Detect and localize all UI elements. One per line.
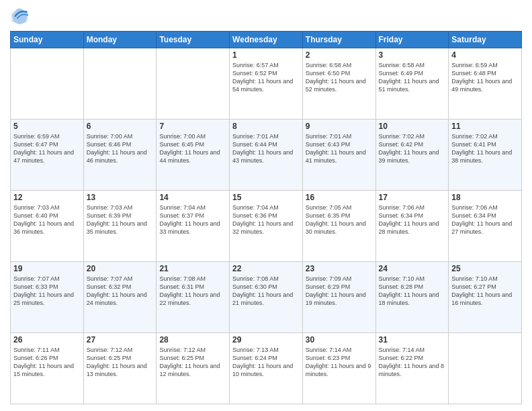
day-number: 21 <box>159 264 226 273</box>
cell-info: Sunset: 6:50 PM <box>306 69 373 77</box>
cell-info: Sunset: 6:39 PM <box>87 212 154 220</box>
cell-info: Daylight: 11 hours and 36 minutes. <box>13 220 81 236</box>
calendar-cell: 26Sunrise: 7:11 AMSunset: 6:26 PMDayligh… <box>11 333 84 404</box>
calendar-cell: 21Sunrise: 7:08 AMSunset: 6:31 PMDayligh… <box>157 262 230 333</box>
cell-info: Sunset: 6:26 PM <box>13 354 81 362</box>
calendar-cell <box>449 333 522 404</box>
cell-info: Daylight: 11 hours and 24 minutes. <box>87 291 154 307</box>
cell-info: Sunrise: 7:04 AM <box>159 203 226 212</box>
calendar-cell: 16Sunrise: 7:05 AMSunset: 6:35 PMDayligh… <box>302 191 375 262</box>
cell-info: Sunset: 6:30 PM <box>232 283 300 291</box>
calendar-cell: 1Sunrise: 6:57 AMSunset: 6:52 PMDaylight… <box>230 48 303 120</box>
cell-info: Daylight: 11 hours and 39 minutes. <box>379 148 446 165</box>
cell-info: Sunset: 6:35 PM <box>306 212 373 220</box>
logo <box>10 7 32 26</box>
day-number: 25 <box>451 264 519 273</box>
cell-info: Daylight: 11 hours and 19 minutes. <box>306 291 373 307</box>
cell-info: Sunset: 6:31 PM <box>159 283 226 291</box>
cell-info: Daylight: 11 hours and 46 minutes. <box>87 148 154 165</box>
day-number: 28 <box>159 335 226 345</box>
calendar-cell: 14Sunrise: 7:04 AMSunset: 6:37 PMDayligh… <box>157 191 230 262</box>
cell-info: Sunset: 6:52 PM <box>232 69 300 77</box>
day-number: 15 <box>232 193 300 202</box>
cell-info: Sunrise: 7:07 AM <box>87 275 154 283</box>
calendar-cell: 3Sunrise: 6:58 AMSunset: 6:49 PMDaylight… <box>375 48 449 120</box>
cell-info: Sunrise: 7:01 AM <box>232 132 300 140</box>
cell-info: Sunset: 6:48 PM <box>451 69 519 77</box>
calendar-cell: 23Sunrise: 7:09 AMSunset: 6:29 PMDayligh… <box>302 262 375 333</box>
day-number: 2 <box>306 50 373 60</box>
day-header-thursday: Thursday <box>302 32 375 48</box>
calendar-cell: 28Sunrise: 7:12 AMSunset: 6:25 PMDayligh… <box>157 333 230 404</box>
day-number: 9 <box>306 122 373 131</box>
cell-info: Daylight: 11 hours and 51 minutes. <box>379 77 446 93</box>
cell-info: Sunrise: 7:12 AM <box>87 346 154 354</box>
calendar-cell <box>157 48 230 120</box>
cell-info: Sunset: 6:49 PM <box>379 69 446 77</box>
cell-info: Daylight: 11 hours and 47 minutes. <box>13 148 81 165</box>
cell-info: Sunrise: 7:02 AM <box>451 132 519 140</box>
cell-info: Daylight: 11 hours and 22 minutes. <box>159 291 226 307</box>
cell-info: Sunrise: 6:59 AM <box>451 61 519 69</box>
calendar-cell: 30Sunrise: 7:14 AMSunset: 6:23 PMDayligh… <box>302 333 375 404</box>
day-number: 17 <box>379 193 446 202</box>
day-header-friday: Friday <box>375 32 449 48</box>
calendar-cell: 12Sunrise: 7:03 AMSunset: 6:40 PMDayligh… <box>11 191 84 262</box>
cell-info: Sunset: 6:23 PM <box>306 354 373 362</box>
cell-info: Sunrise: 7:03 AM <box>87 203 154 212</box>
day-header-monday: Monday <box>83 32 157 48</box>
cell-info: Sunrise: 6:59 AM <box>13 132 81 140</box>
page: SundayMondayTuesdayWednesdayThursdayFrid… <box>0 0 532 411</box>
calendar-cell: 18Sunrise: 7:06 AMSunset: 6:34 PMDayligh… <box>449 191 522 262</box>
day-number: 27 <box>87 335 154 345</box>
cell-info: Sunset: 6:36 PM <box>232 212 300 220</box>
calendar-cell: 2Sunrise: 6:58 AMSunset: 6:50 PMDaylight… <box>302 48 375 120</box>
cell-info: Sunset: 6:22 PM <box>379 354 446 362</box>
calendar-cell: 5Sunrise: 6:59 AMSunset: 6:47 PMDaylight… <box>11 120 84 191</box>
calendar-cell <box>11 48 84 120</box>
cell-info: Sunset: 6:46 PM <box>87 140 154 148</box>
cell-info: Sunrise: 7:10 AM <box>379 275 446 283</box>
day-number: 20 <box>87 264 154 273</box>
cell-info: Sunset: 6:42 PM <box>379 140 446 148</box>
day-number: 1 <box>232 50 300 60</box>
cell-info: Daylight: 11 hours and 43 minutes. <box>232 148 300 165</box>
cell-info: Sunset: 6:41 PM <box>451 140 519 148</box>
day-header-tuesday: Tuesday <box>157 32 230 48</box>
cell-info: Sunset: 6:24 PM <box>232 354 300 362</box>
cell-info: Daylight: 11 hours and 18 minutes. <box>379 291 446 307</box>
cell-info: Sunset: 6:25 PM <box>87 354 154 362</box>
week-row-5: 26Sunrise: 7:11 AMSunset: 6:26 PMDayligh… <box>11 333 522 404</box>
cell-info: Sunrise: 7:06 AM <box>451 203 519 212</box>
day-number: 24 <box>379 264 446 273</box>
cell-info: Sunset: 6:43 PM <box>306 140 373 148</box>
cell-info: Sunset: 6:27 PM <box>451 283 519 291</box>
day-number: 31 <box>379 335 446 345</box>
day-number: 11 <box>451 122 519 131</box>
cell-info: Daylight: 11 hours and 28 minutes. <box>379 220 446 236</box>
day-header-sunday: Sunday <box>11 32 84 48</box>
cell-info: Daylight: 11 hours and 38 minutes. <box>451 148 519 165</box>
day-number: 22 <box>232 264 300 273</box>
cell-info: Daylight: 11 hours and 33 minutes. <box>159 220 226 236</box>
header <box>10 7 522 26</box>
calendar-table: SundayMondayTuesdayWednesdayThursdayFrid… <box>10 31 522 404</box>
cell-info: Sunrise: 7:01 AM <box>306 132 373 140</box>
calendar-cell: 25Sunrise: 7:10 AMSunset: 6:27 PMDayligh… <box>449 262 522 333</box>
cell-info: Sunset: 6:40 PM <box>13 212 81 220</box>
calendar-cell: 22Sunrise: 7:08 AMSunset: 6:30 PMDayligh… <box>230 262 303 333</box>
cell-info: Daylight: 11 hours and 54 minutes. <box>232 77 300 93</box>
cell-info: Sunrise: 7:13 AM <box>232 346 300 354</box>
day-number: 8 <box>232 122 300 131</box>
calendar-cell: 15Sunrise: 7:04 AMSunset: 6:36 PMDayligh… <box>230 191 303 262</box>
day-number: 14 <box>159 193 226 202</box>
cell-info: Daylight: 11 hours and 21 minutes. <box>232 291 300 307</box>
day-number: 19 <box>13 264 81 273</box>
cell-info: Sunset: 6:28 PM <box>379 283 446 291</box>
header-row: SundayMondayTuesdayWednesdayThursdayFrid… <box>11 32 522 48</box>
cell-info: Daylight: 11 hours and 16 minutes. <box>451 291 519 307</box>
day-number: 23 <box>306 264 373 273</box>
week-row-1: 1Sunrise: 6:57 AMSunset: 6:52 PMDaylight… <box>11 48 522 120</box>
cell-info: Daylight: 11 hours and 10 minutes. <box>232 362 300 378</box>
calendar-cell: 27Sunrise: 7:12 AMSunset: 6:25 PMDayligh… <box>83 333 157 404</box>
